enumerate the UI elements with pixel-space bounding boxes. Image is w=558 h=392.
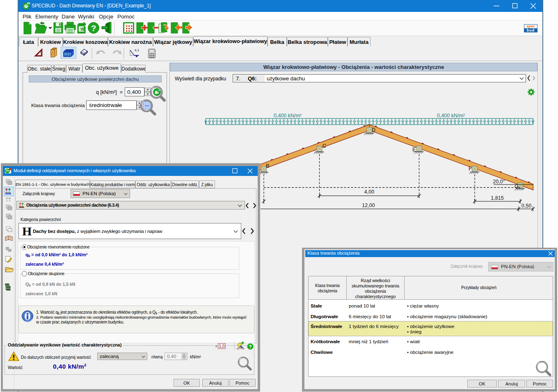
svg-text:4,00: 4,00 xyxy=(364,189,374,195)
svg-text:0,50: 0,50 xyxy=(521,203,531,209)
svg-text:1,815: 1,815 xyxy=(491,195,503,201)
svg-text:20,0°: 20,0° xyxy=(493,179,505,185)
svg-text:4,1: 4,1 xyxy=(135,48,140,52)
svg-text:?: ? xyxy=(91,24,96,33)
svg-text:EN: EN xyxy=(27,2,30,5)
svg-text:W: W xyxy=(80,27,85,32)
svg-text:x: x xyxy=(8,197,10,200)
svg-text:0,400 kN/m²: 0,400 kN/m² xyxy=(274,113,302,119)
svg-text:C: C xyxy=(322,143,326,149)
svg-text:F: F xyxy=(469,166,472,172)
svg-text:0,400 kN/m²: 0,400 kN/m² xyxy=(437,113,465,119)
svg-text:?: ? xyxy=(249,344,252,350)
svg-text:B: B xyxy=(266,163,269,169)
svg-text:12,00: 12,00 xyxy=(362,203,375,208)
svg-text:D: D xyxy=(372,127,375,133)
svg-text:E: E xyxy=(412,147,416,153)
